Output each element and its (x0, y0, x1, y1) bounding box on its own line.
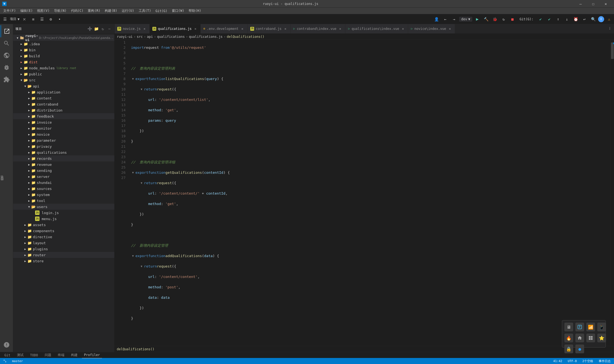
tree-item-invoice[interactable]: ▶ 📁 invoice (13, 119, 114, 125)
maximize-button[interactable]: ☐ (587, 0, 599, 8)
tree-item-public[interactable]: ▶ 📁 public (13, 71, 114, 77)
close-button[interactable]: ✕ (600, 0, 612, 8)
bottom-tab-profiler[interactable]: Profiler (82, 352, 102, 358)
menu-window[interactable]: 窗口(W) (170, 8, 187, 14)
sidebar-new-folder-btn[interactable]: 📁 (93, 26, 99, 32)
status-encoding[interactable]: UTF-8 (567, 359, 578, 363)
toolbar-profile-btn[interactable]: 👤 (433, 15, 440, 23)
git-pull-btn[interactable]: ↓ (563, 15, 571, 23)
status-git-icon[interactable] (2, 359, 8, 363)
tree-item-privacy[interactable]: ▶ 📁 privacy (13, 143, 114, 149)
git-push-btn[interactable]: ↑ (554, 15, 562, 23)
popup-icon-grid[interactable] (586, 334, 595, 342)
tree-item-ruoyi-ui[interactable]: ▼ ruoyi-ui D:\Project\YouXiangDu\PandaSh… (13, 35, 114, 41)
breadcrumb-segment-api[interactable]: api (147, 35, 153, 39)
tab-novice-index-vue[interactable]: ▷ novice\index.vue ✕ (408, 24, 455, 33)
bottom-tab-build[interactable]: 构建 (69, 352, 80, 358)
tab-close-btn[interactable]: ✕ (448, 27, 452, 31)
project-view-btn[interactable]: ☰ (1, 15, 9, 23)
tree-item-sources[interactable]: ▶ 📁 sources (13, 186, 114, 192)
notification-btn[interactable]: ⚠ (605, 15, 613, 23)
sidebar-refresh-btn[interactable]: ↻ (100, 26, 106, 32)
search-btn[interactable]: 🔍 (589, 15, 597, 23)
tree-item-tool[interactable]: ▶ 📁 tool (13, 198, 114, 204)
popup-icon-clipboard[interactable] (575, 323, 584, 331)
popup-icon-phone[interactable]: 📱 (597, 323, 606, 331)
minimize-button[interactable]: — (575, 0, 587, 8)
activity-explorer[interactable] (1, 25, 13, 37)
tree-item-novice[interactable]: ▶ 📁 novice (13, 131, 114, 137)
activity-debug[interactable] (1, 61, 13, 73)
popup-icon-fire[interactable]: 🔥 (564, 334, 573, 342)
tab-close-btn[interactable]: ✕ (142, 27, 147, 31)
toolbar-back-btn[interactable]: ← (442, 15, 449, 23)
status-events[interactable]: 事件日志 (598, 359, 612, 363)
tab-novice-js[interactable]: JS novice.js ✕ (115, 24, 150, 33)
branch-dropdown[interactable]: dev ▼ (459, 17, 473, 22)
status-line-col[interactable]: 41:42 (552, 359, 563, 363)
profile-avatar[interactable]: U (598, 16, 604, 22)
tree-item-application[interactable]: ▶ 📁 application (13, 89, 114, 95)
menu-code[interactable]: 代码(C) (69, 8, 86, 14)
bottom-tab-todo[interactable]: TODO (28, 352, 40, 358)
tree-item-sending[interactable]: ▶ 📁 sending (13, 167, 114, 174)
tab-overflow-btn[interactable]: ⠇ (606, 24, 614, 33)
breadcrumb-segment-src[interactable]: src (137, 35, 143, 39)
activity-git[interactable] (1, 49, 13, 61)
menu-run[interactable]: 运行(U) (120, 8, 137, 14)
sidebar-collapse-btn[interactable]: − (107, 26, 112, 32)
menu-file[interactable]: 文件(F) (1, 8, 18, 14)
tree-item-feedback[interactable]: ▶ 📁 feedback (13, 113, 114, 119)
project-label[interactable]: 项目 ▼ (10, 17, 19, 21)
git-check-btn[interactable]: ✔ (537, 15, 544, 23)
menu-help[interactable]: 帮助(H) (186, 8, 203, 14)
menu-edit[interactable]: 编辑(E) (18, 8, 35, 14)
tree-item-node-modules[interactable]: ▶ 📁 node_modules library root (13, 65, 114, 71)
breadcrumb-segment-function[interactable]: delQualifications() (227, 35, 264, 39)
menu-tools[interactable]: 工具(T) (137, 8, 154, 14)
tree-item-users[interactable]: ▼ 📂 users (13, 204, 114, 210)
tree-item-revenue[interactable]: ▶ 📁 revenue (13, 161, 114, 167)
tab-contraband-index-vue[interactable]: ▷ contraband\index.vue ✕ (291, 24, 345, 33)
tree-item-api[interactable]: ▼ 📂 api (13, 83, 114, 89)
activity-settings[interactable] (1, 339, 13, 351)
tree-item-monitor[interactable]: ▶ 📁 monitor (13, 125, 114, 131)
bottom-tab-git[interactable]: Git (2, 352, 13, 358)
menu-build[interactable]: 构建(B) (103, 8, 120, 14)
tree-item-layout[interactable]: ▶ 📁 layout (13, 240, 114, 246)
breadcrumb-segment-qualifications[interactable]: qualifications (157, 35, 185, 39)
bottom-tab-test[interactable]: 测试 (15, 352, 26, 358)
tab-env-development[interactable]: ⚙ .env.development ✕ (201, 24, 248, 33)
sidebar-new-file-btn[interactable]: ➕ (87, 26, 92, 32)
tree-item-records[interactable]: ▶ 📁 records (13, 155, 114, 161)
popup-icon-lock[interactable]: 🔒 (564, 345, 573, 353)
bottom-tab-terminal[interactable]: 终端 (56, 352, 67, 358)
tree-item-bin[interactable]: ▶ 📁 bin (13, 47, 114, 53)
code-content[interactable]: import request from '@/utils/request' //… (129, 40, 610, 346)
activity-extensions[interactable] (1, 73, 13, 86)
toolbar-btn-3[interactable]: ☰ (38, 15, 46, 23)
tab-qualifications-js[interactable]: JS qualifications.js ✕ (150, 24, 201, 33)
git-history-btn[interactable]: ⏰ (572, 15, 579, 23)
tab-close-btn[interactable]: ✕ (193, 27, 198, 31)
bottom-tab-problems[interactable]: 问题 (42, 352, 53, 358)
popup-icon-monitor[interactable]: 🖥 (564, 323, 573, 331)
toolbar-reload-btn[interactable]: ↻ (500, 15, 507, 23)
toolbar-btn-gear[interactable]: ⚙ (47, 15, 55, 23)
tree-item-build[interactable]: ▶ 📁 build (13, 53, 114, 59)
tree-item-server[interactable]: ▶ 📁 server (13, 174, 114, 180)
run-button[interactable]: ▶ (473, 15, 481, 23)
tree-item-assets[interactable]: ▶ 📁 assets (13, 222, 114, 228)
tree-item-menu-js[interactable]: ▶ JS menu.js (13, 216, 114, 222)
menu-git[interactable]: Git(G) (153, 8, 169, 13)
tree-item-dist[interactable]: ▶ 📁 dist (13, 59, 114, 65)
tree-item-shundai[interactable]: ▶ 📁 shundai (13, 180, 114, 186)
tree-item-system[interactable]: ▶ 📁 system (13, 192, 114, 198)
tab-qualifications-index-vue[interactable]: ▷ qualifications\index.vue ✕ (345, 24, 408, 33)
git-revert-btn[interactable]: ↩ (581, 15, 588, 23)
toolbar-btn-2[interactable]: ≡ (29, 15, 37, 23)
breadcrumb-segment-file[interactable]: qualifications.js (189, 35, 223, 39)
tree-item-router[interactable]: ▶ 📁 router (13, 252, 114, 258)
tree-item-store[interactable]: ▶ 📁 store (13, 258, 114, 264)
tab-close-btn[interactable]: ✕ (338, 27, 342, 31)
